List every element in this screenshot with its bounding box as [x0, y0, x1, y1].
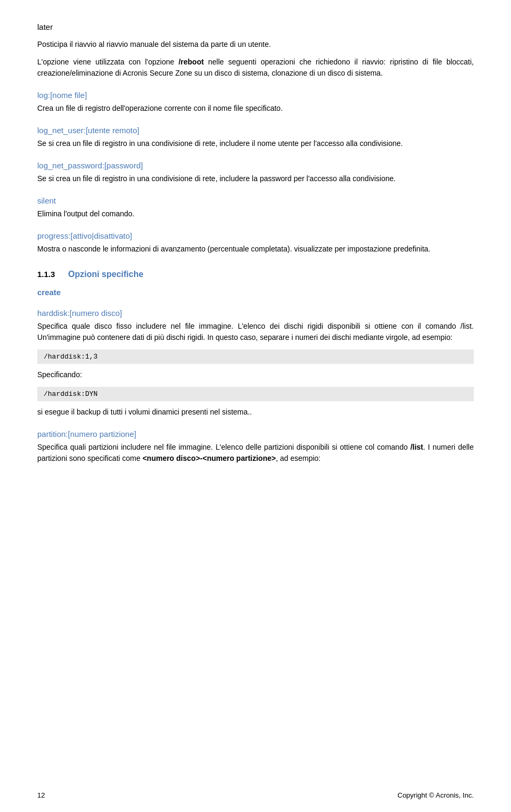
- harddisk-description-1: Specifica quale disco fisso includere ne…: [37, 321, 474, 343]
- keyword-log: log:[nome file]: [37, 91, 474, 100]
- harddisk-description-2: si esegue il backup di tutti i volumi di…: [37, 407, 474, 418]
- reboot-keyword: /reboot: [178, 58, 203, 66]
- partition-list-bold: /list: [410, 443, 423, 451]
- partition-description: Specifica quali partizioni includere nel…: [37, 442, 474, 464]
- specificando-label: Specificando:: [37, 369, 474, 380]
- log-net-password-description: Se si crea un file di registro in una co…: [37, 173, 474, 184]
- section-num: 1.1.3: [37, 270, 59, 279]
- keyword-harddisk: harddisk:[numero disco]: [37, 308, 474, 318]
- partition-number-bold: <numero disco>-<numero partizione>: [143, 454, 276, 462]
- log-net-user-description: Se si crea un file di registro in una co…: [37, 138, 474, 149]
- keyword-log-net-password: log_net_password:[password]: [37, 161, 474, 170]
- log-description: Crea un file di registro dell'operazione…: [37, 103, 474, 114]
- keyword-progress: progress:[attivo|disattivato]: [37, 231, 474, 240]
- silent-description: Elimina l'output del comando.: [37, 208, 474, 220]
- section-title: Opzioni specifiche: [68, 270, 143, 279]
- keyword-partition: partition:[numero partizione]: [37, 429, 474, 439]
- code-block-2: /harddisk:DYN: [37, 387, 474, 401]
- intro-heading: later: [37, 21, 474, 34]
- copyright: Copyright © Acronis, Inc.: [398, 791, 474, 799]
- progress-description: Mostra o nasconde le informazioni di ava…: [37, 243, 474, 255]
- keyword-log-net-user: log_net_user:[utente remoto]: [37, 126, 474, 135]
- paragraph-2: L'opzione viene utilizzata con l'opzione…: [37, 56, 474, 79]
- keyword-silent: silent: [37, 196, 474, 205]
- footer: 12 Copyright © Acronis, Inc.: [0, 791, 511, 799]
- section-number: 1.1.3 Opzioni specifiche: [37, 270, 474, 279]
- page-content: later Posticipa il riavvio al riavvio ma…: [0, 0, 511, 513]
- paragraph-1: Posticipa il riavvio al riavvio manuale …: [37, 39, 474, 50]
- create-label: create: [37, 288, 474, 297]
- page-number: 12: [37, 791, 45, 799]
- code-block-1: /harddisk:1,3: [37, 350, 474, 364]
